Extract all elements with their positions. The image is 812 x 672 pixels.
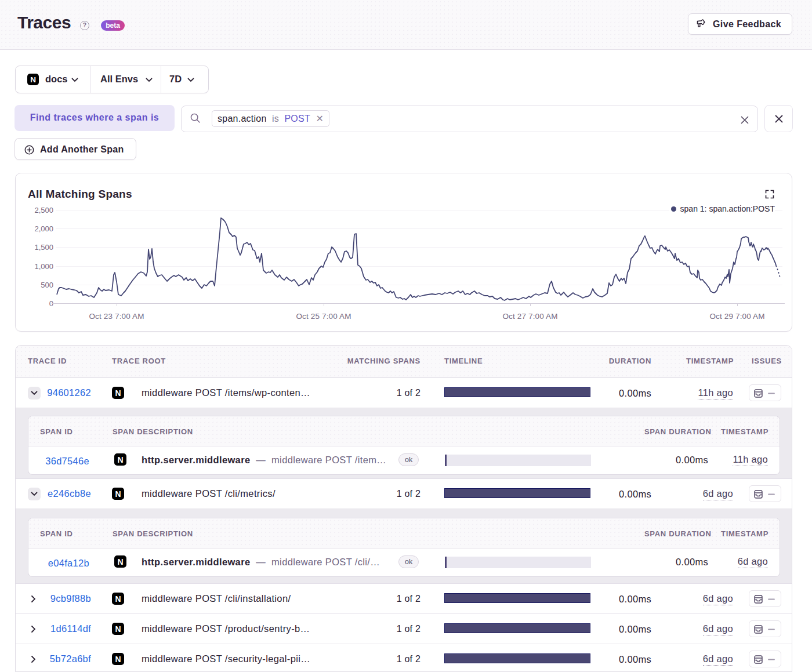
svg-text:N: N [115, 489, 121, 499]
svg-text:N: N [30, 75, 36, 84]
svg-text:N: N [115, 594, 121, 604]
svg-text:N: N [117, 455, 123, 464]
svg-text:N: N [115, 624, 121, 634]
svg-text:N: N [117, 557, 123, 566]
svg-text:N: N [115, 655, 121, 664]
svg-text:N: N [115, 388, 121, 398]
